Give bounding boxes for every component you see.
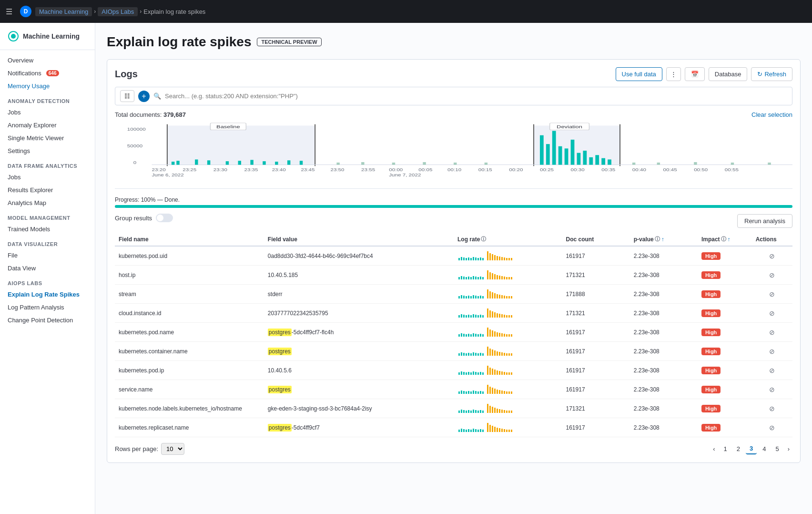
- sidebar-item-file[interactable]: File: [0, 249, 95, 262]
- progress-bar-fill: [115, 205, 792, 208]
- svg-rect-276: [473, 429, 474, 432]
- impact-badge: High: [701, 405, 721, 412]
- row-action-button[interactable]: ⊘: [769, 367, 775, 374]
- svg-rect-269: [511, 411, 512, 413]
- svg-rect-72: [458, 258, 460, 260]
- refresh-button[interactable]: ↻ Refresh: [751, 67, 792, 81]
- filter-button[interactable]: ☷: [120, 90, 134, 102]
- svg-rect-162: [463, 334, 465, 337]
- row-action-button[interactable]: ⊘: [769, 252, 775, 260]
- p-value-sort-icon[interactable]: ↑: [661, 236, 664, 243]
- breadcrumb: Machine Learning › AIOps Labs › Explain …: [35, 7, 205, 16]
- actions-cell: ⊘: [752, 266, 792, 285]
- sidebar-item-memory-usage[interactable]: Memory Usage: [0, 80, 95, 93]
- actions-cell: ⊘: [752, 323, 792, 342]
- logs-header: Logs Use full data ⋮ 📅 Database ↻ Refres…: [115, 67, 792, 81]
- logs-section: Logs Use full data ⋮ 📅 Database ↻ Refres…: [107, 59, 801, 463]
- row-action-button[interactable]: ⊘: [769, 348, 775, 355]
- clear-selection-button[interactable]: Clear selection: [751, 111, 792, 118]
- svg-rect-35: [589, 157, 593, 165]
- page-2-button[interactable]: 2: [733, 444, 744, 454]
- svg-rect-78: [473, 257, 474, 260]
- rows-per-page-select[interactable]: 10 25 50: [161, 443, 184, 455]
- svg-rect-16: [172, 162, 174, 164]
- svg-rect-236: [482, 391, 484, 394]
- sidebar-item-dfa-jobs[interactable]: Jobs: [0, 171, 95, 184]
- svg-rect-268: [508, 411, 510, 413]
- log-rate-cell: [454, 418, 562, 437]
- row-action-button[interactable]: ⊘: [769, 271, 775, 279]
- svg-rect-194: [489, 349, 491, 356]
- sidebar-item-anomaly-explorer[interactable]: Anomaly Explorer: [0, 119, 95, 132]
- svg-rect-145: [475, 315, 477, 318]
- row-action-button[interactable]: ⊘: [769, 405, 775, 412]
- sidebar-item-ad-settings[interactable]: Settings: [0, 144, 95, 157]
- svg-rect-114: [508, 277, 510, 279]
- svg-rect-224: [508, 372, 510, 375]
- svg-text:23:25: 23:25: [183, 168, 197, 172]
- sidebar-item-log-pattern-analysis[interactable]: Log Pattern Analysis: [0, 301, 95, 314]
- svg-rect-238: [489, 387, 491, 394]
- impact-cell: High: [698, 266, 752, 285]
- sidebar-item-analytics-map[interactable]: Analytics Map: [0, 196, 95, 209]
- sidebar-item-trained-models[interactable]: Trained Models: [0, 223, 95, 236]
- field-name-cell: kubernetes.node.labels.kubernetes_io/hos…: [115, 399, 264, 418]
- next-page-button[interactable]: ›: [785, 444, 792, 454]
- svg-rect-181: [511, 334, 512, 337]
- calendar-button[interactable]: 📅: [685, 67, 705, 81]
- page-1-button[interactable]: 1: [720, 444, 731, 454]
- svg-rect-279: [480, 429, 481, 432]
- more-options-button[interactable]: ⋮: [666, 67, 681, 81]
- prev-page-button[interactable]: ‹: [710, 444, 718, 454]
- row-action-button[interactable]: ⊘: [769, 386, 775, 393]
- sidebar-item-label: Overview: [8, 57, 33, 64]
- sidebar-item-ad-jobs[interactable]: Jobs: [0, 106, 95, 119]
- row-action-button[interactable]: ⊘: [769, 424, 775, 432]
- svg-rect-228: [463, 391, 465, 394]
- svg-rect-193: [487, 347, 488, 356]
- page-4-button[interactable]: 4: [759, 444, 770, 454]
- tech-preview-badge: TECHNICAL PREVIEW: [257, 38, 321, 46]
- page-5-button[interactable]: 5: [771, 444, 782, 454]
- page-3-button[interactable]: 3: [746, 443, 757, 454]
- svg-rect-103: [480, 277, 481, 279]
- field-value-cell: 10.40.5.185: [264, 266, 454, 285]
- p-value-cell: 2.23e-308: [630, 304, 698, 323]
- svg-text:00:25: 00:25: [540, 168, 554, 172]
- svg-rect-258: [482, 411, 484, 413]
- breadcrumb-aiops-labs[interactable]: AIOps Labs: [98, 7, 138, 16]
- row-action-button[interactable]: ⊘: [769, 309, 775, 317]
- svg-rect-22: [250, 160, 253, 164]
- svg-rect-112: [504, 277, 505, 279]
- group-results-toggle[interactable]: [156, 214, 173, 222]
- sidebar-item-notifications[interactable]: Notifications 646: [0, 67, 95, 80]
- svg-rect-291: [511, 430, 512, 432]
- sidebar-item-explain-log-rate-spikes[interactable]: Explain Log Rate Spikes: [0, 288, 95, 301]
- impact-sort-icon[interactable]: ↑: [728, 236, 731, 243]
- sidebar-item-single-metric-viewer[interactable]: Single Metric Viewer: [0, 132, 95, 144]
- svg-rect-95: [461, 276, 462, 279]
- svg-rect-245: [506, 391, 508, 394]
- sidebar-item-data-view[interactable]: Data View: [0, 262, 95, 275]
- row-action-button[interactable]: ⊘: [769, 290, 775, 298]
- log-rate-cell: [454, 361, 562, 380]
- use-full-data-button[interactable]: Use full data: [616, 67, 662, 81]
- breadcrumb-machine-learning[interactable]: Machine Learning: [35, 7, 92, 16]
- svg-rect-26: [300, 161, 303, 164]
- svg-rect-89: [501, 257, 503, 260]
- svg-rect-129: [492, 292, 493, 298]
- sidebar-item-overview[interactable]: Overview: [0, 54, 95, 67]
- svg-rect-159: [511, 315, 512, 318]
- sidebar-item-results-explorer[interactable]: Results Explorer: [0, 184, 95, 196]
- hamburger-icon[interactable]: ☰: [6, 7, 12, 16]
- svg-rect-20: [226, 161, 229, 164]
- sidebar-item-change-point-detection[interactable]: Change Point Detection: [0, 314, 95, 327]
- svg-rect-30: [558, 146, 562, 165]
- svg-rect-248: [458, 411, 460, 413]
- rerun-analysis-button[interactable]: Rerun analysis: [737, 214, 792, 228]
- add-filter-button[interactable]: +: [138, 91, 150, 102]
- svg-text:00:45: 00:45: [663, 168, 678, 172]
- svg-rect-212: [477, 372, 479, 375]
- row-action-button[interactable]: ⊘: [769, 329, 775, 336]
- search-input[interactable]: [165, 93, 787, 100]
